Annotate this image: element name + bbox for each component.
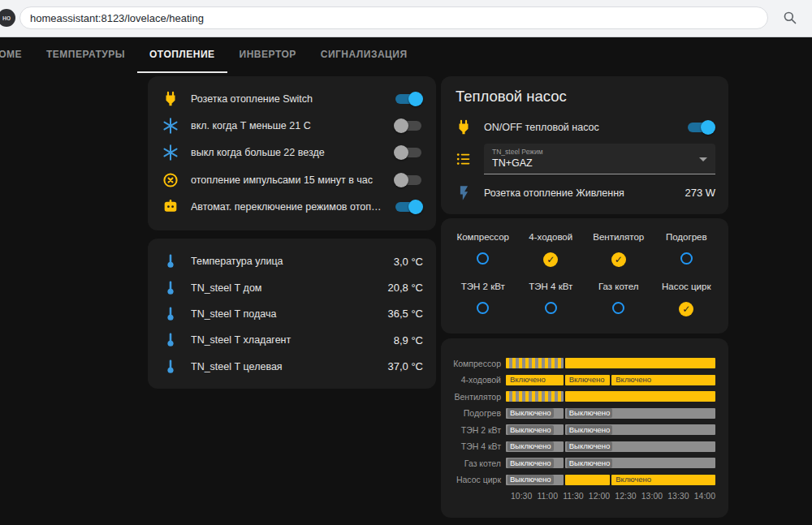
- thermometer-icon: [161, 252, 180, 270]
- thermometer-icon: [161, 358, 180, 376]
- timeline-bar[interactable]: ВыключеноВыключено: [506, 458, 715, 468]
- time-tick-label: 14:00: [694, 491, 715, 501]
- status-cell: Вентилятор✓: [585, 232, 653, 267]
- switch-row: Розетка отопление Switch: [161, 85, 423, 112]
- timeline-bar[interactable]: [506, 391, 715, 402]
- thermometer-icon: [161, 305, 180, 323]
- site-avatar: но: [0, 9, 15, 27]
- status-label: Компрессор: [457, 232, 509, 242]
- timeline-bar[interactable]: ВключеноВключеноВключено: [506, 375, 715, 385]
- status-label: 4-ходовой: [529, 232, 572, 242]
- segment-state-label: Выключено: [508, 441, 554, 451]
- sensor-row: TN_steel Т целевая37,0 °C: [161, 354, 423, 380]
- entity-label: TN_steel Т подача: [191, 308, 377, 320]
- circle-outline-icon: [612, 302, 624, 314]
- segment-state-label: Выключено: [567, 408, 613, 418]
- check-circle-icon: ✓: [611, 252, 626, 267]
- entity-label: Розетка отопление Живлення: [484, 187, 674, 199]
- power-plug-icon: [161, 90, 180, 108]
- timeline-segment: Включено: [506, 375, 564, 385]
- temperatures-card: Температура улица3,0 °CTN_steel Т дом20,…: [148, 239, 436, 389]
- sensor-row: TN_steel Т хладагент8,9 °C: [161, 327, 423, 353]
- entity-label: Розетка отопление Switch: [191, 93, 383, 105]
- status-cell: Подогрев: [653, 232, 721, 267]
- view-tab[interactable]: СИГНАЛИЗАЦИЯ: [309, 37, 420, 73]
- segment-state-label: Выключено: [508, 475, 554, 484]
- timeline-entity-label: Газ котел: [451, 458, 506, 468]
- status-cell: Насос цирк✓: [653, 282, 721, 316]
- toggle-switch[interactable]: [394, 172, 423, 188]
- toggle-switch[interactable]: [394, 199, 423, 215]
- circle-outline-icon: [477, 252, 489, 265]
- mode-select[interactable]: TN_steel Режим TN+GAZ: [484, 144, 715, 174]
- toggle-switch[interactable]: [394, 91, 423, 107]
- timeline-entity-label: 4-ходовой: [451, 375, 506, 385]
- segment-state-label: Включено: [508, 375, 548, 385]
- card-title: Тепловой насос: [456, 88, 715, 105]
- heat-pump-card: Тепловой насос ON/OFF тепловой насос TN_…: [441, 76, 728, 214]
- segment-state-label: Выключено: [508, 408, 554, 418]
- timeline-segment: Выключено: [506, 441, 564, 452]
- search-icon[interactable]: [783, 11, 797, 28]
- sensor-row: Температура улица3,0 °C: [161, 248, 423, 274]
- timeline-segment: Выключено: [506, 408, 564, 419]
- timeline-bar[interactable]: ВыключеноВыключено: [506, 424, 715, 435]
- timeline-segment: [506, 358, 564, 368]
- time-tick-label: 11:00: [537, 491, 558, 501]
- flash-icon: [454, 184, 473, 202]
- timeline-segment: [565, 358, 715, 368]
- timeline-entity-label: Подогрев: [451, 408, 506, 418]
- timeline-bar[interactable]: ВыключеноВключено: [506, 475, 715, 485]
- browser-toolbar: но homeassistant:8123/lovelace/heating: [0, 0, 812, 37]
- segment-state-label: Включено: [613, 475, 654, 484]
- timeline-row: Газ котелВыключеноВыключено: [451, 458, 715, 468]
- timeline-segment: [565, 391, 715, 402]
- time-tick-label: 13:00: [641, 491, 663, 501]
- entity-label: Автомат. переключение режимов отопления …: [191, 201, 383, 213]
- time-tick-label: 13:30: [667, 491, 689, 501]
- timeline-segment: Включено: [611, 375, 715, 385]
- toggle-switch[interactable]: [394, 118, 423, 134]
- switch-row: ON/OFF тепловой насос: [454, 113, 715, 141]
- select-floating-label: TN_steel Режим: [492, 148, 694, 156]
- status-grid-card: Компрессор4-ходовой✓Вентилятор✓ПодогревТ…: [441, 218, 728, 334]
- sensor-row: TN_steel Т дом20,8 °C: [161, 274, 423, 300]
- segment-state-label: Выключено: [508, 458, 554, 468]
- history-card: Компрессор4-ходовойВключеноВключеноВключ…: [441, 338, 728, 518]
- timeline-row: Насос циркВыключеноВключено: [451, 475, 715, 485]
- address-bar[interactable]: homeassistant:8123/lovelace/heating: [19, 6, 768, 29]
- timeline-row: Вентилятор: [451, 391, 715, 402]
- entity-label: вкл. когда Т меньше 21 С: [191, 120, 383, 131]
- thermometer-icon: [161, 331, 180, 349]
- view-tab[interactable]: ТЕМПЕРАТУРЫ: [34, 37, 137, 73]
- timeline-row: ТЭН 2 кВтВыключеноВыключено: [451, 424, 715, 435]
- time-tick-label: 11:30: [563, 491, 584, 501]
- view-tab[interactable]: HOME: [0, 37, 34, 73]
- sensor-value: 20,8 °C: [387, 282, 423, 294]
- timeline-bar[interactable]: [506, 358, 715, 368]
- switch-row: выкл когда больше 22 везде: [161, 140, 423, 166]
- sensor-value: 8,9 °C: [394, 334, 423, 346]
- timeline-entity-label: Компрессор: [451, 359, 506, 368]
- status-label: Вентилятор: [593, 232, 644, 242]
- switch-row: Автомат. переключение режимов отопления …: [161, 194, 423, 221]
- view-tab[interactable]: ОТОПЛЕНИЕ: [137, 37, 227, 73]
- time-tick-label: 10:30: [511, 491, 532, 501]
- entity-label: Температура улица: [191, 256, 383, 267]
- sensor-row: TN_steel Т подача36,5 °C: [161, 301, 423, 327]
- entity-label: выкл когда больше 22 везде: [191, 147, 383, 158]
- circle-outline-icon: [477, 302, 489, 314]
- history-rows: Компрессор4-ходовойВключеноВключеноВключ…: [451, 358, 715, 485]
- segment-state-label: Включено: [613, 375, 654, 385]
- timeline-entity-label: ТЭН 4 кВт: [451, 441, 506, 451]
- view-tab[interactable]: ИНВЕРТОР: [227, 37, 309, 73]
- timeline-bar[interactable]: ВыключеноВыключено: [506, 408, 715, 419]
- timeline-bar[interactable]: ВыключеноВыключено: [506, 441, 715, 452]
- status-cell: 4-ходовой✓: [517, 232, 585, 267]
- time-axis: 10:3011:0011:3012:0012:3013:0013:3014:00: [501, 491, 715, 501]
- timeline-segment: Выключено: [506, 475, 564, 485]
- toggle-switch[interactable]: [686, 119, 715, 136]
- toggle-switch[interactable]: [394, 144, 423, 161]
- status-cell: Компрессор: [449, 232, 517, 267]
- segment-state-label: Выключено: [567, 425, 613, 435]
